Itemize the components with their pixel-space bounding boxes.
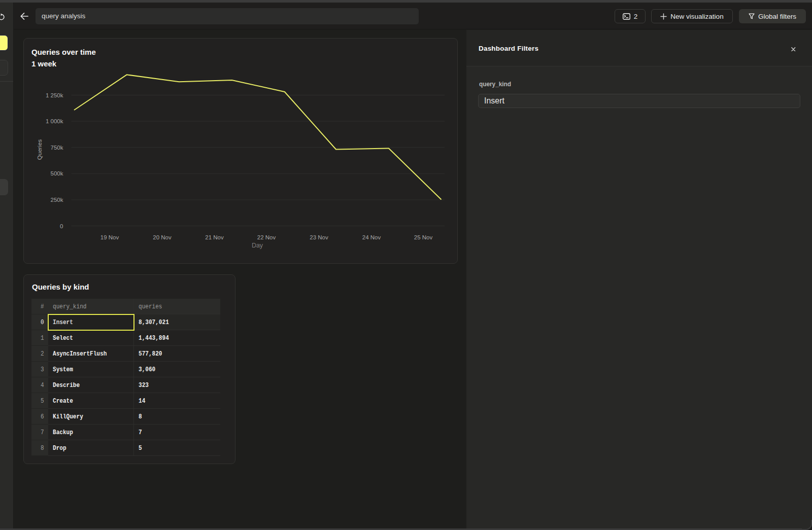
svg-text:20 Nov: 20 Nov [153, 234, 172, 240]
svg-text:23 Nov: 23 Nov [310, 234, 328, 240]
svg-text:1 000k: 1 000k [46, 118, 63, 124]
svg-text:250k: 250k [51, 197, 63, 203]
svg-text:1 250k: 1 250k [46, 92, 63, 98]
svg-text:24 Nov: 24 Nov [362, 234, 381, 240]
svg-text:Queries: Queries [37, 139, 43, 160]
svg-text:19 Nov: 19 Nov [100, 234, 119, 240]
svg-text:21 Nov: 21 Nov [205, 234, 224, 240]
svg-text:25 Nov: 25 Nov [414, 234, 433, 240]
svg-text:Day: Day [252, 242, 263, 249]
svg-text:500k: 500k [51, 170, 63, 176]
svg-text:0: 0 [60, 223, 63, 229]
svg-text:22 Nov: 22 Nov [257, 234, 276, 240]
svg-text:750k: 750k [51, 145, 63, 151]
